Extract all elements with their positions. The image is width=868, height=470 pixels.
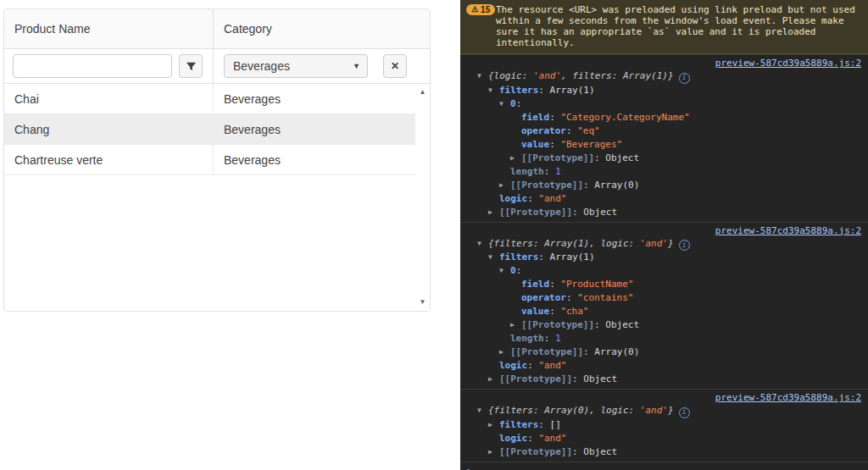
category-cell: Beverages [214, 145, 415, 174]
source-location: preview-587cd39a5889a.js:2 [460, 391, 868, 404]
console-tree-row[interactable]: ▶[[Prototype]]: Object [460, 373, 868, 386]
info-icon: i [679, 407, 690, 418]
console-warning: ⚠ 15 The resource <URL> was preloaded us… [460, 0, 868, 54]
collapsed-arrow-icon[interactable]: ▶ [499, 346, 510, 359]
table-row[interactable]: ChangBeverages [4, 114, 415, 145]
console-tree-row[interactable]: ▶[[Prototype]]: Object [460, 318, 868, 332]
console-log-entry: preview-587cd39a5889a.js:2▼{filters: Arr… [460, 222, 868, 390]
scroll-up-icon[interactable]: ▲ [420, 89, 426, 96]
console-tree-row: value: "cha" [460, 305, 868, 318]
collapsed-arrow-icon[interactable]: ▶ [510, 318, 521, 332]
column-header-category[interactable]: Category [214, 9, 430, 48]
console-tree-row[interactable]: ▼{filters: Array(0), logic: 'and'}i [460, 404, 868, 418]
close-icon: ✕ [391, 60, 399, 72]
warning-count-badge: ⚠ 15 [466, 4, 495, 15]
grid-header-row: Product Name Category [4, 9, 430, 49]
console-tree-row[interactable]: ▶[[Prototype]]: Object [460, 445, 868, 459]
console-tree-row[interactable]: ▼0: [460, 264, 868, 278]
column-header-label: Product Name [14, 22, 90, 36]
scroll-down-icon[interactable]: ▼ [420, 299, 426, 306]
expanded-arrow-icon[interactable]: ▼ [499, 97, 510, 111]
collapsed-arrow-icon[interactable]: ▶ [510, 152, 521, 165]
collapsed-arrow-icon[interactable]: ▶ [488, 206, 499, 219]
product-filter-cell [4, 49, 214, 83]
console-tree-row[interactable]: ▼filters: Array(1) [460, 84, 868, 97]
console-tree-row: value: "Beverages" [460, 138, 868, 152]
source-link[interactable]: preview-587cd39a5889a.js:2 [715, 392, 861, 403]
grid-scrollbar[interactable]: ▲ ▼ [415, 84, 430, 311]
collapsed-arrow-icon[interactable]: ▶ [488, 418, 499, 432]
expanded-arrow-icon[interactable]: ▼ [488, 251, 499, 264]
console-tree-row: length: 1 [460, 332, 868, 346]
product-filter-button[interactable] [179, 54, 203, 78]
source-location: preview-587cd39a5889a.js:2 [460, 224, 868, 237]
collapsed-arrow-icon[interactable]: ▶ [488, 445, 499, 459]
expanded-arrow-icon[interactable]: ▼ [477, 237, 488, 251]
console-tree-row[interactable]: ▼{logic: 'and', filters: Array(1)}i [460, 69, 868, 84]
devtools-console: ⚠ 15 The resource <URL> was preloaded us… [460, 0, 868, 470]
console-log-entry: preview-587cd39a5889a.js:2▼{filters: Arr… [460, 389, 868, 462]
console-tree-row: operator: "eq" [460, 124, 868, 138]
console-tree-row[interactable]: ▶filters: [] [460, 418, 868, 432]
collapsed-arrow-icon[interactable]: ▶ [499, 179, 510, 192]
product-cell: Chang [4, 114, 214, 144]
funnel-icon [186, 61, 197, 72]
grid-filter-row: Beverages ▼ ✕ [4, 49, 430, 84]
console-tree-row: logic: "and" [460, 359, 868, 373]
column-header-label: Category [224, 22, 272, 36]
console-tree-row[interactable]: ▶[[Prototype]]: Array(0) [460, 346, 868, 359]
product-cell: Chartreuse verte [4, 145, 214, 174]
console-tree-row: length: 1 [460, 165, 868, 179]
console-prompt[interactable]: > [460, 462, 868, 470]
warning-text: The resource <URL> was preloaded using l… [496, 4, 855, 48]
console-tree-row[interactable]: ▼filters: Array(1) [460, 251, 868, 264]
console-tree-row[interactable]: ▶[[Prototype]]: Array(0) [460, 179, 868, 192]
page: Product Name Category Beverages ▼ [0, 0, 868, 470]
console-log-entry: preview-587cd39a5889a.js:2▼{logic: 'and'… [460, 54, 868, 222]
expanded-arrow-icon[interactable]: ▼ [488, 84, 499, 97]
source-link[interactable]: preview-587cd39a5889a.js:2 [715, 225, 861, 236]
collapsed-arrow-icon[interactable]: ▶ [488, 373, 499, 386]
grid-content: ChaiBeveragesChangBeveragesChartreuse ve… [4, 84, 430, 311]
category-filter-dropdown[interactable]: Beverages ▼ [224, 54, 368, 78]
console-tree-row[interactable]: ▼{filters: Array(1), logic: 'and'}i [460, 237, 868, 252]
console-tree-row: logic: "and" [460, 432, 868, 445]
console-tree-row: operator: "contains" [460, 291, 868, 305]
column-header-product-name[interactable]: Product Name [4, 9, 214, 48]
table-row[interactable]: Chartreuse verteBeverages [4, 145, 415, 175]
console-tree-row[interactable]: ▶[[Prototype]]: Object [460, 206, 868, 219]
product-filter-input[interactable] [13, 54, 172, 78]
warning-icon: ⚠ [471, 4, 478, 15]
category-cell: Beverages [214, 84, 415, 113]
category-cell: Beverages [214, 114, 415, 144]
expanded-arrow-icon[interactable]: ▼ [477, 404, 488, 417]
console-tree-row[interactable]: ▶[[Prototype]]: Object [460, 152, 868, 165]
dropdown-selected-value: Beverages [233, 59, 290, 73]
chevron-down-icon: ▼ [353, 62, 360, 70]
product-cell: Chai [4, 84, 214, 113]
source-link[interactable]: preview-587cd39a5889a.js:2 [715, 58, 861, 69]
console-tree-row: field: "ProductName" [460, 278, 868, 291]
expanded-arrow-icon[interactable]: ▼ [477, 69, 488, 83]
warning-count: 15 [481, 4, 490, 15]
expanded-arrow-icon[interactable]: ▼ [499, 264, 510, 278]
category-filter-cell: Beverages ▼ ✕ [214, 49, 430, 83]
console-tree-row[interactable]: ▼0: [460, 97, 868, 111]
console-tree-row: logic: "and" [460, 192, 868, 206]
info-icon: i [679, 240, 690, 251]
prompt-chevron: > [467, 466, 473, 470]
console-tree-row: field: "Category.CategoryName" [460, 111, 868, 124]
category-filter-clear-button[interactable]: ✕ [383, 54, 407, 78]
table-row[interactable]: ChaiBeverages [4, 84, 415, 114]
info-icon: i [679, 73, 690, 84]
product-grid: Product Name Category Beverages ▼ [3, 8, 431, 312]
source-location: preview-587cd39a5889a.js:2 [460, 57, 868, 69]
